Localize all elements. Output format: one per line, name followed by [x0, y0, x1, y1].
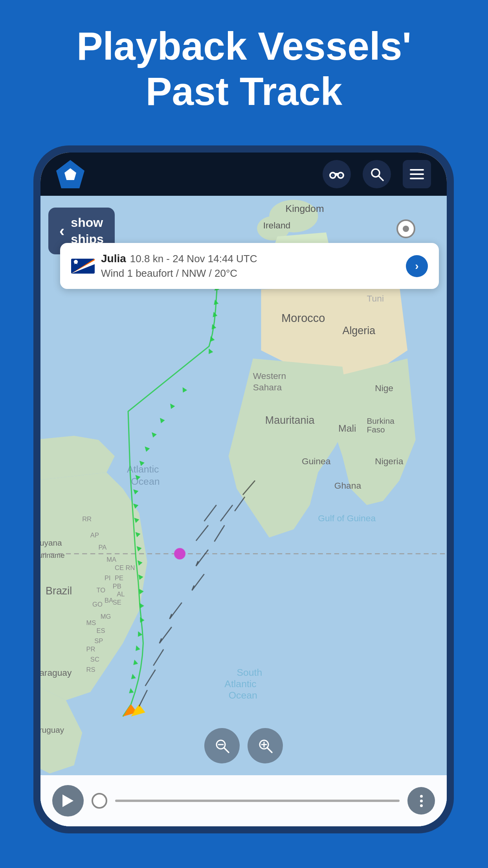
svg-text:Morocco: Morocco — [281, 312, 325, 324]
vessel-flag — [71, 259, 95, 274]
svg-text:RS: RS — [86, 666, 95, 673]
more-options-button[interactable] — [407, 787, 435, 815]
svg-text:PB: PB — [113, 583, 121, 590]
phone-inner: Kingdom Ireland France Morocco Algeria T… — [40, 153, 447, 826]
svg-line-8 — [378, 176, 383, 180]
popup-chevron-button[interactable]: › — [406, 255, 428, 277]
svg-text:Ocean: Ocean — [229, 690, 257, 701]
zoom-out-button[interactable] — [204, 728, 240, 763]
menu-icon[interactable] — [403, 160, 431, 188]
svg-text:Paraguay: Paraguay — [40, 668, 72, 678]
svg-point-5 — [332, 175, 334, 176]
vessel-name: Julia — [101, 252, 126, 265]
svg-text:Uruguay: Uruguay — [40, 725, 64, 734]
svg-text:AP: AP — [90, 531, 99, 539]
svg-text:PA: PA — [99, 544, 107, 551]
svg-text:Nige: Nige — [375, 383, 393, 393]
location-button[interactable] — [396, 219, 415, 238]
title-line1: Playback Vessels' — [77, 24, 411, 68]
page-title: Playback Vessels' Past Track — [0, 24, 488, 114]
svg-text:Brazil: Brazil — [46, 585, 72, 597]
play-button[interactable] — [52, 785, 84, 817]
zoom-in-button[interactable] — [248, 728, 283, 763]
svg-point-95 — [174, 548, 185, 559]
svg-text:Ireland: Ireland — [263, 220, 291, 230]
svg-rect-11 — [410, 178, 424, 179]
svg-text:GO: GO — [92, 601, 103, 608]
vessel-name-row: Julia 10.8 kn - 24 Nov 14:44 UTC — [101, 252, 400, 265]
map-area[interactable]: Kingdom Ireland France Morocco Algeria T… — [40, 196, 447, 826]
svg-text:Guinea: Guinea — [302, 456, 331, 466]
app-logo[interactable] — [56, 160, 84, 188]
phone-frame: Kingdom Ireland France Morocco Algeria T… — [33, 145, 454, 833]
svg-marker-127 — [62, 794, 73, 807]
svg-text:Atlantic: Atlantic — [224, 679, 256, 689]
svg-text:Algeria: Algeria — [342, 325, 375, 337]
vessel-details: Julia 10.8 kn - 24 Nov 14:44 UTC Wind 1 … — [101, 252, 400, 280]
svg-text:SC: SC — [90, 656, 99, 663]
svg-text:BA: BA — [105, 597, 113, 604]
binoculars-icon[interactable] — [323, 160, 351, 188]
progress-bar[interactable] — [115, 800, 400, 802]
search-icon[interactable] — [363, 160, 391, 188]
svg-text:MA: MA — [106, 556, 116, 563]
vessel-info-popup[interactable]: Julia 10.8 kn - 24 Nov 14:44 UTC Wind 1 … — [60, 243, 439, 289]
app-navbar — [40, 153, 447, 196]
svg-text:Atlantic: Atlantic — [127, 464, 159, 474]
svg-text:Ocean: Ocean — [131, 476, 160, 487]
vessel-wind-info: Wind 1 beaufort / NNW / 20°C — [101, 267, 400, 280]
nav-icons — [323, 160, 431, 188]
svg-text:MS: MS — [86, 619, 96, 627]
svg-text:Mauritania: Mauritania — [265, 414, 315, 426]
svg-rect-9 — [410, 169, 424, 171]
show-ships-label: show ships — [71, 215, 104, 247]
svg-text:South: South — [237, 667, 262, 678]
svg-text:Nigeria: Nigeria — [375, 456, 403, 466]
bottom-controls — [40, 775, 447, 826]
svg-text:Burkina: Burkina — [367, 416, 395, 425]
svg-text:RR: RR — [82, 515, 92, 523]
svg-line-121 — [224, 748, 229, 752]
svg-text:Guyana: Guyana — [40, 538, 62, 547]
svg-text:Sahara: Sahara — [253, 382, 282, 392]
svg-text:SP: SP — [94, 637, 103, 645]
zoom-controls — [204, 728, 283, 763]
vessel-speed-date: 10.8 kn - 24 Nov 14:44 UTC — [130, 253, 257, 265]
svg-text:Ghana: Ghana — [334, 480, 361, 491]
svg-text:Western: Western — [253, 371, 286, 381]
svg-text:TO: TO — [96, 587, 105, 594]
svg-text:SE: SE — [113, 599, 121, 606]
back-arrow-icon: ‹ — [59, 222, 64, 240]
svg-text:MG: MG — [101, 613, 111, 620]
svg-rect-2 — [334, 173, 339, 176]
svg-text:Tuni: Tuni — [367, 293, 384, 303]
svg-text:PE: PE — [115, 574, 123, 582]
svg-text:ES: ES — [96, 627, 105, 634]
svg-line-124 — [267, 748, 272, 752]
svg-text:Gulf of Guinea: Gulf of Guinea — [318, 513, 376, 523]
svg-text:Faso: Faso — [367, 425, 385, 434]
svg-text:AL: AL — [117, 590, 125, 598]
svg-text:CE RN: CE RN — [115, 564, 135, 572]
svg-point-6 — [340, 175, 341, 176]
playback-handle[interactable] — [92, 793, 107, 809]
svg-text:Mali: Mali — [338, 423, 356, 434]
svg-text:PI: PI — [105, 574, 111, 582]
svg-text:Suriname: Suriname — [40, 551, 65, 559]
title-line2: Past Track — [146, 69, 342, 113]
svg-rect-10 — [410, 173, 424, 175]
svg-text:Kingdom: Kingdom — [286, 203, 324, 214]
svg-text:PR: PR — [86, 645, 95, 653]
